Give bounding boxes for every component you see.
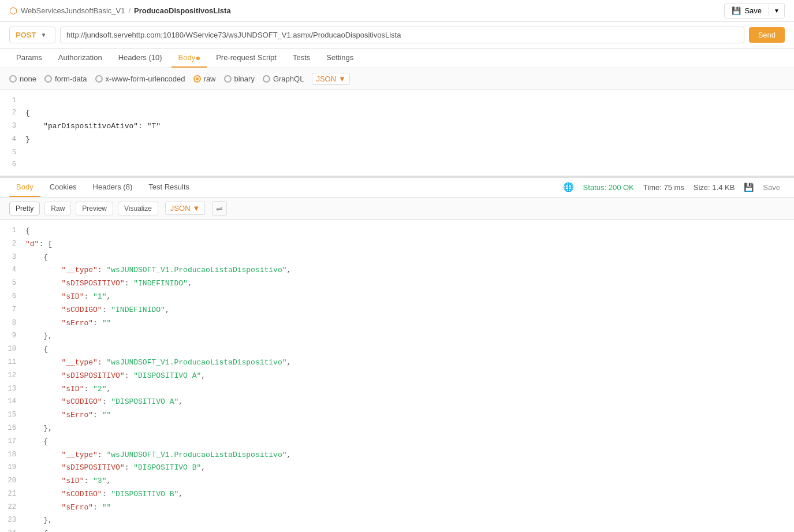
tab-body[interactable]: Body [172, 49, 207, 68]
save-button[interactable]: 💾 Save [725, 3, 769, 18]
radio-none[interactable] [9, 75, 17, 83]
option-graphql[interactable]: GraphQL [263, 75, 304, 83]
resp-json-format-select[interactable]: JSON ▼ [165, 202, 206, 215]
resp-line-content: { [23, 436, 794, 448]
save-button-group[interactable]: 💾 Save ▼ [724, 3, 785, 18]
radio-form-data[interactable] [44, 75, 52, 83]
radio-urlencoded[interactable] [95, 75, 103, 83]
json-token: "DISPOSITIVO B" [133, 463, 201, 472]
option-raw-label: raw [204, 75, 216, 83]
tab-settings[interactable]: Settings [319, 49, 360, 68]
resp-code-line: 7 "sCODIGO": "INDEFINIDO", [0, 304, 794, 317]
url-input[interactable] [60, 27, 744, 43]
url-bar: POST ▼ Send [0, 22, 794, 49]
json-format-select[interactable]: JSON ▼ [312, 73, 350, 85]
globe-icon: 🌐 [563, 182, 574, 192]
resp-code-line: 1{ [0, 225, 794, 238]
resp-code-line: 23 }, [0, 514, 794, 527]
radio-graphql[interactable] [263, 75, 270, 83]
resp-line-number: 10 [0, 344, 23, 355]
radio-binary[interactable] [224, 75, 232, 83]
resp-line-number: 17 [0, 436, 23, 447]
resp-line-number: 14 [0, 396, 23, 407]
json-token: "DISPOSITIVO A" [133, 371, 201, 380]
json-token: "__type" [61, 358, 97, 367]
json-token: "sErro" [61, 503, 93, 512]
resp-line-number: 23 [0, 515, 23, 526]
option-raw[interactable]: raw [193, 75, 216, 83]
json-token: "sDISPOSITIVO" [61, 279, 124, 288]
line-content: } [23, 134, 794, 146]
resp-visualize-button[interactable]: Visualize [118, 202, 158, 215]
json-token: : [84, 385, 93, 393]
json-token: , [106, 292, 111, 301]
resp-tab-body[interactable]: Body [9, 178, 40, 197]
json-token: , [201, 371, 206, 380]
resp-tab-test-results[interactable]: Test Results [141, 178, 196, 197]
resp-save-label[interactable]: Save [763, 183, 780, 192]
resp-code-line: 18 "__type": "wsJUNDSOFT_V1.ProducaoList… [0, 449, 794, 462]
resp-line-content: "sID": "2", [23, 384, 794, 396]
save-icon: 💾 [732, 6, 741, 15]
resp-code-line: 24 { [0, 527, 794, 532]
app-icon: ⬡ [9, 5, 17, 16]
json-token: "" [102, 319, 111, 328]
json-token: : [98, 266, 107, 274]
resp-line-number: 21 [0, 489, 23, 500]
option-none[interactable]: none [9, 75, 36, 83]
method-select[interactable]: POST ▼ [9, 27, 55, 43]
resp-line-number: 6 [0, 291, 23, 302]
json-token: , [106, 385, 111, 393]
breadcrumb-parent[interactable]: WebServicesJundsoftBasic_V1 [21, 6, 125, 15]
response-size: Size: 1.4 KB [694, 183, 735, 192]
tab-authorization[interactable]: Authorization [51, 49, 109, 68]
send-button[interactable]: Send [749, 27, 785, 43]
json-token: : [102, 306, 111, 314]
json-token: "sErro" [61, 319, 93, 328]
resp-code-line: 3 { [0, 251, 794, 265]
tab-tests[interactable]: Tests [286, 49, 317, 68]
tab-headers[interactable]: Headers (10) [111, 49, 169, 68]
resp-line-content: }, [23, 515, 794, 527]
resp-code-line: 4 "__type": "wsJUNDSOFT_V1.ProducaoLista… [0, 264, 794, 277]
json-token: "INDEFINIDO" [133, 279, 188, 288]
json-token: "wsJUNDSOFT_V1.ProducaoListaDispositivo" [106, 358, 286, 367]
resp-line-content: "sID": "1", [23, 291, 794, 303]
resp-tab-cookies[interactable]: Cookies [43, 178, 84, 197]
resp-pretty-button[interactable]: Pretty [9, 202, 40, 215]
resp-line-content: "sCODIGO": "INDEFINIDO", [23, 304, 794, 317]
json-token: "__type" [61, 451, 97, 459]
option-binary[interactable]: binary [224, 75, 255, 83]
json-token: : [93, 319, 102, 328]
resp-preview-button[interactable]: Preview [76, 202, 113, 215]
json-token: : [93, 411, 102, 419]
json-token: : [125, 463, 134, 472]
json-token: : [98, 358, 107, 367]
resp-code-line: 20 "sID": "3", [0, 475, 794, 488]
option-urlencoded-label: x-www-form-urlencoded [106, 75, 185, 83]
resp-line-content: { [23, 225, 794, 237]
resp-line-number: 22 [0, 502, 23, 513]
resp-tab-headers[interactable]: Headers (8) [86, 178, 140, 197]
json-token: , [178, 397, 183, 406]
save-dropdown-arrow[interactable]: ▼ [769, 5, 784, 17]
resp-json-format-label: JSON [170, 204, 191, 213]
json-token: : [84, 477, 93, 485]
json-token: { [25, 437, 48, 446]
resp-line-content: "sCODIGO": "DISPOSITIVO B", [23, 489, 794, 501]
resp-raw-button[interactable]: Raw [44, 202, 71, 215]
json-token: { [25, 529, 48, 532]
option-form-data[interactable]: form-data [44, 75, 87, 83]
option-none-label: none [20, 75, 36, 83]
tab-params[interactable]: Params [9, 49, 49, 68]
tab-pre-request-script[interactable]: Pre-request Script [209, 49, 284, 68]
resp-wrap-icon[interactable]: ⇌ [212, 201, 227, 216]
resp-line-number: 20 [0, 475, 23, 486]
json-token: : [125, 371, 134, 380]
resp-code-line: 17 { [0, 436, 794, 449]
request-body-editor[interactable]: 12{3 "parDispositivoAtivo": "T"4}56 [0, 90, 794, 177]
resp-line-number: 8 [0, 318, 23, 329]
resp-line-content: "__type": "wsJUNDSOFT_V1.ProducaoListaDi… [23, 357, 794, 369]
radio-raw[interactable] [193, 75, 201, 83]
option-urlencoded[interactable]: x-www-form-urlencoded [95, 75, 185, 83]
